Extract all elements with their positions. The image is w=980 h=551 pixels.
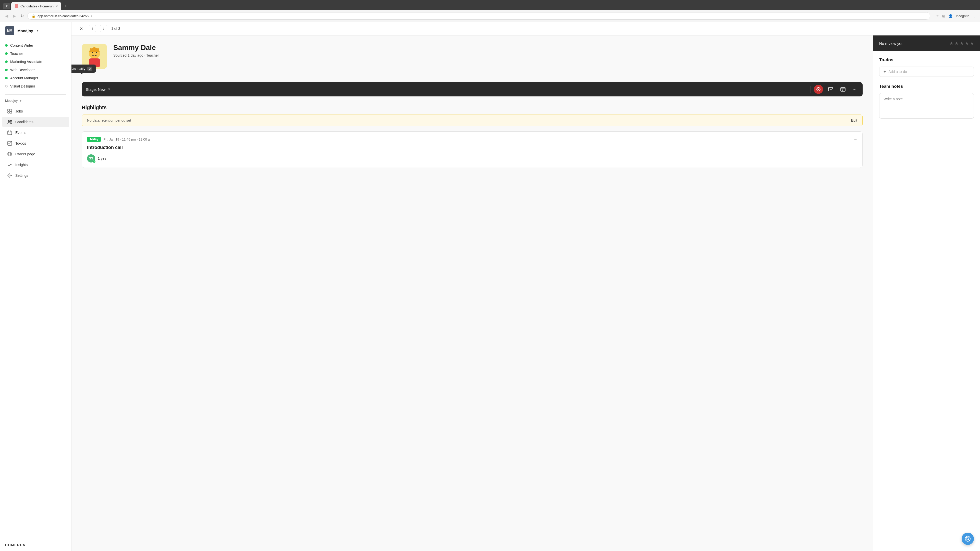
star-5[interactable]: ★ bbox=[970, 41, 974, 46]
star-1[interactable]: ★ bbox=[950, 41, 953, 46]
sidebar-scroll: Content Writer Teacher Marketing Associa… bbox=[0, 39, 71, 539]
url-bar[interactable]: 🔒 app.homerun.co/candidates/5425507 bbox=[27, 12, 930, 20]
svg-rect-3 bbox=[10, 111, 12, 113]
job-status-dot bbox=[5, 77, 8, 79]
job-item-visual-designer[interactable]: Visual Designer bbox=[0, 82, 71, 90]
job-label: Web Developer bbox=[10, 68, 35, 72]
bookmark-icon[interactable]: ☆ bbox=[936, 14, 939, 18]
star-2[interactable]: ★ bbox=[955, 41, 959, 46]
svg-point-16 bbox=[97, 48, 99, 50]
org-header[interactable]: MM Moodjoy ▼ bbox=[0, 22, 71, 39]
incognito-label: Incognito bbox=[956, 14, 969, 18]
tab-label: Candidates · Homerun bbox=[21, 4, 54, 8]
star-3[interactable]: ★ bbox=[959, 41, 964, 46]
svg-rect-2 bbox=[8, 111, 10, 113]
review-label: No review yet bbox=[879, 41, 902, 46]
svg-rect-1 bbox=[10, 109, 12, 111]
stage-label: Stage: New bbox=[86, 87, 106, 92]
sidebar-item-candidates[interactable]: Candidates bbox=[2, 117, 69, 127]
job-item-marketing-associate[interactable]: Marketing Associate bbox=[0, 58, 71, 66]
sidebar-item-settings[interactable]: Settings bbox=[2, 170, 69, 181]
forward-button[interactable]: ▶ bbox=[12, 13, 17, 19]
action-bar: Stage: New ▼ bbox=[82, 82, 862, 97]
add-todo-button[interactable]: + Add a to-do bbox=[879, 67, 974, 77]
close-button[interactable]: ✕ bbox=[78, 25, 85, 32]
tab-close-button[interactable]: × bbox=[56, 4, 58, 8]
job-status-dot bbox=[5, 68, 8, 71]
back-button[interactable]: ◀ bbox=[4, 13, 9, 19]
svg-rect-20 bbox=[841, 87, 845, 91]
panel-content: To-dos + Add a to-do Team notes bbox=[873, 51, 980, 551]
svg-point-14 bbox=[90, 48, 92, 50]
tab-favicon: H bbox=[15, 4, 18, 8]
stage-selector[interactable]: Stage: New ▼ bbox=[86, 87, 808, 92]
split-view-icon[interactable]: ⊞ bbox=[942, 14, 945, 18]
stage-chevron-icon: ▼ bbox=[108, 87, 111, 91]
sidebar-section-header[interactable]: Moodjoy ▼ bbox=[0, 97, 71, 105]
job-item-account-manager[interactable]: Account Manager bbox=[0, 74, 71, 82]
attendee-avatar: SS ✓ bbox=[87, 154, 95, 162]
app-container: MM Moodjoy ▼ Content Writer Teacher Mark… bbox=[0, 22, 980, 551]
event-card: Today Fri, Jan 19 · 11:45 pm - 12:00 am … bbox=[82, 131, 862, 168]
attendee-count: 1 yes bbox=[98, 156, 106, 160]
candidate-name: Sammy Dale bbox=[113, 44, 862, 52]
job-status-dot bbox=[5, 52, 8, 55]
event-title: Introduction call bbox=[87, 145, 857, 150]
team-notes-title: Team notes bbox=[879, 84, 974, 89]
event-menu-button[interactable]: ··· bbox=[854, 137, 857, 141]
url-text: app.homerun.co/candidates/5425507 bbox=[38, 14, 92, 18]
job-item-content-writer[interactable]: Content Writer bbox=[0, 41, 71, 49]
sidebar-item-career-page[interactable]: Career page bbox=[2, 149, 69, 159]
plus-icon: + bbox=[883, 69, 886, 74]
disqualify-tooltip-label: Disqualify bbox=[72, 67, 85, 71]
reload-button[interactable]: ↻ bbox=[19, 13, 25, 19]
job-status-dot-outline bbox=[5, 85, 8, 87]
browser-actions: ☆ ⊞ 👤 Incognito ⋮ bbox=[936, 14, 976, 18]
attendee-check-icon: ✓ bbox=[93, 160, 96, 163]
disqualify-button[interactable] bbox=[814, 85, 823, 94]
sidebar-item-jobs[interactable]: Jobs bbox=[2, 106, 69, 116]
job-label: Account Manager bbox=[10, 76, 38, 80]
job-item-web-developer[interactable]: Web Developer bbox=[0, 66, 71, 74]
lock-icon: 🔒 bbox=[32, 14, 35, 18]
star-4[interactable]: ★ bbox=[965, 41, 969, 46]
team-notes-section: Team notes bbox=[879, 84, 974, 119]
job-list: Content Writer Teacher Marketing Associa… bbox=[0, 39, 71, 92]
tab-switcher[interactable]: ▼ bbox=[3, 3, 10, 9]
highlights-title: Highlights bbox=[82, 105, 862, 110]
section-chevron-icon: ▼ bbox=[19, 99, 22, 102]
next-candidate-button[interactable]: ↓ bbox=[100, 25, 107, 32]
schedule-button[interactable] bbox=[838, 85, 848, 94]
sidebar: MM Moodjoy ▼ Content Writer Teacher Mark… bbox=[0, 22, 72, 551]
star-rating[interactable]: ★ ★ ★ ★ ★ bbox=[950, 41, 974, 46]
active-tab[interactable]: H Candidates · Homerun × bbox=[11, 2, 61, 10]
job-item-teacher[interactable]: Teacher bbox=[0, 49, 71, 58]
job-status-dot bbox=[5, 44, 8, 47]
profile-icon[interactable]: 👤 bbox=[948, 14, 953, 18]
team-notes-input[interactable] bbox=[879, 93, 974, 119]
gear-icon bbox=[7, 173, 12, 178]
menu-icon[interactable]: ⋮ bbox=[972, 14, 976, 18]
nav-item-label: Insights bbox=[15, 163, 27, 167]
chart-icon bbox=[7, 162, 12, 167]
new-tab-button[interactable]: + bbox=[62, 3, 69, 10]
event-time: Fri, Jan 19 · 11:45 pm - 12:00 am bbox=[103, 138, 152, 141]
sidebar-item-insights[interactable]: Insights bbox=[2, 160, 69, 170]
support-button[interactable] bbox=[962, 533, 974, 545]
sidebar-item-events[interactable]: Events bbox=[2, 127, 69, 138]
job-label: Teacher bbox=[10, 52, 23, 56]
prev-candidate-button[interactable]: ↑ bbox=[89, 25, 96, 32]
org-avatar: MM bbox=[5, 26, 14, 35]
data-retention-banner: No data retention period set Edit bbox=[82, 114, 862, 126]
todos-section: To-dos + Add a to-do bbox=[879, 57, 974, 77]
email-button[interactable] bbox=[826, 85, 835, 94]
candidate-meta: Sourced 1 day ago · Teacher bbox=[113, 53, 862, 57]
candidate-info: Sammy Dale Sourced 1 day ago · Teacher bbox=[113, 44, 862, 57]
nav-items: Jobs Candidates bbox=[0, 105, 71, 182]
sidebar-item-todos[interactable]: To-dos bbox=[2, 138, 69, 148]
nav-item-label: Candidates bbox=[15, 120, 33, 124]
svg-rect-6 bbox=[8, 131, 12, 135]
more-actions-button[interactable]: ··· bbox=[851, 87, 859, 92]
browser-chrome: ▼ H Candidates · Homerun × + ◀ ▶ ↻ 🔒 app… bbox=[0, 0, 980, 22]
edit-button[interactable]: Edit bbox=[851, 118, 857, 122]
